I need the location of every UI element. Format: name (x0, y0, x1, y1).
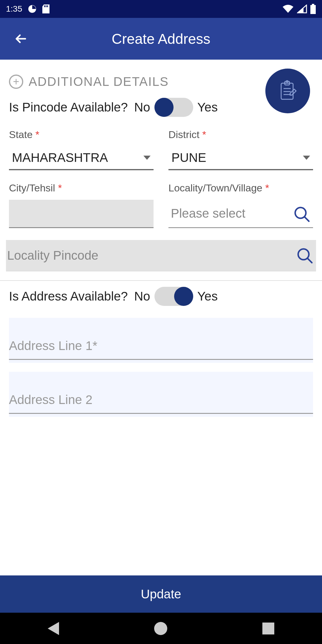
search-icon (296, 247, 313, 264)
svg-rect-2 (46, 5, 47, 7)
svg-rect-1 (44, 5, 45, 7)
battery-icon (310, 4, 316, 14)
app-bar: Create Address (0, 18, 322, 60)
nav-home-button[interactable] (154, 622, 167, 635)
clipboard-edit-icon (276, 79, 300, 103)
locality-label: Locality/Town/Village * (168, 182, 313, 194)
update-label: Update (141, 587, 181, 601)
svg-rect-3 (47, 5, 48, 7)
status-bar: 1:35 (0, 0, 322, 18)
wifi-icon (282, 4, 294, 13)
address-line-1-input[interactable] (9, 333, 313, 360)
status-time: 1:35 (6, 4, 22, 14)
divider (0, 280, 322, 281)
svg-line-13 (304, 217, 309, 221)
district-dropdown[interactable]: PUNE (168, 146, 313, 170)
pincode-question: Is Pincode Available? (9, 100, 134, 114)
signal-icon (297, 4, 307, 13)
pincode-no-label: No (134, 100, 150, 114)
search-icon (293, 206, 310, 222)
svg-line-15 (307, 258, 312, 263)
back-button[interactable] (9, 27, 33, 51)
svg-rect-4 (312, 4, 314, 5)
system-nav-bar (0, 613, 322, 644)
district-value: PUNE (171, 151, 206, 165)
back-arrow-icon (13, 31, 28, 46)
address-question: Is Address Available? (9, 289, 134, 304)
sd-card-icon (42, 4, 50, 14)
chevron-down-icon (143, 156, 151, 160)
pincode-field[interactable]: Locality Pincode (6, 240, 316, 271)
notes-fab[interactable] (265, 69, 310, 113)
city-input[interactable] (9, 200, 154, 228)
section-title: ADDITIONAL DETAILS (29, 75, 169, 89)
svg-rect-5 (310, 5, 316, 14)
state-label: State * (9, 129, 154, 140)
city-label: City/Tehsil * (9, 182, 154, 194)
pincode-placeholder: Locality Pincode (7, 248, 98, 263)
address-toggle[interactable] (154, 287, 193, 306)
address-yes-label: Yes (197, 289, 218, 304)
plus-circle-icon: + (9, 75, 23, 89)
state-value: MAHARASHTRA (12, 151, 108, 165)
pincode-yes-label: Yes (197, 100, 218, 114)
address-no-label: No (134, 289, 150, 304)
district-label: District * (168, 129, 313, 140)
address-line-2-input[interactable] (9, 387, 313, 414)
locality-search-button[interactable] (290, 203, 313, 225)
state-dropdown[interactable]: MAHARASHTRA (9, 146, 154, 170)
pincode-search-button[interactable] (296, 247, 313, 264)
pincode-toggle[interactable] (154, 98, 193, 117)
nav-back-button[interactable] (48, 622, 59, 635)
update-button[interactable]: Update (0, 575, 322, 613)
chevron-down-icon (303, 156, 310, 160)
data-saver-icon (28, 4, 37, 13)
page-title: Create Address (112, 31, 210, 47)
nav-recents-button[interactable] (262, 623, 274, 634)
